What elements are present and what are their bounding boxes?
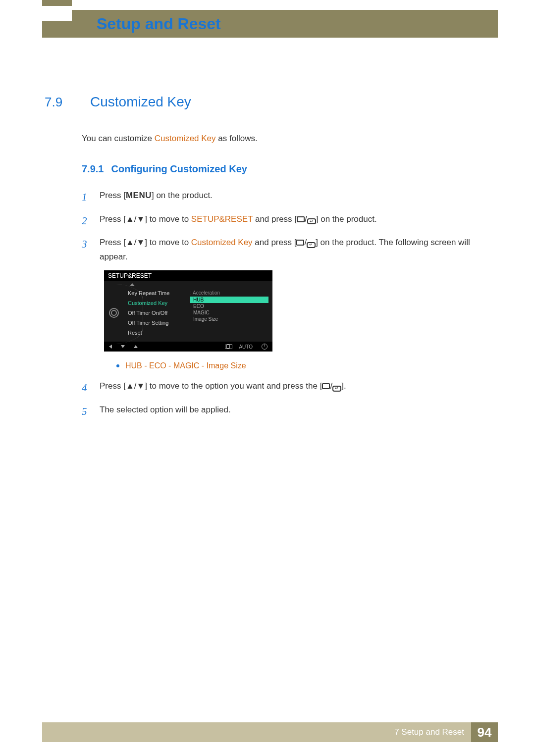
- section-title: Customized Key: [90, 94, 191, 110]
- text: ] to move to: [145, 214, 191, 224]
- up-down-icon: ▲/▼: [126, 238, 145, 247]
- text: ] on the product.: [152, 191, 213, 200]
- step-3: 3 Press [▲/▼] to move to Customized Key …: [82, 236, 490, 264]
- text: ] on the product.: [316, 214, 377, 224]
- osd-arc-decoration: [116, 284, 143, 344]
- osd-body: Key Repeat Time Customized Key Off Timer…: [104, 281, 272, 342]
- osd-option: ECO: [190, 303, 268, 309]
- power-icon: [262, 344, 268, 350]
- osd-option: MAGIC: [190, 309, 268, 316]
- text: ] to move to: [145, 238, 191, 247]
- step-2: 2 Press [▲/▼] to move to SETUP&RESET and…: [82, 212, 490, 230]
- chapter-title: Setup and Reset: [97, 15, 221, 33]
- step-1: 1 Press [MENU] on the product.: [82, 189, 490, 206]
- content-area: 7.9 Customized Key You can customize Cus…: [45, 94, 490, 427]
- header-tab-strip: [42, 0, 72, 6]
- document-page: Setup and Reset 7.9 Customized Key You c…: [0, 0, 535, 756]
- enter-icon: [307, 218, 316, 224]
- intro-highlight: Customized Key: [155, 134, 216, 143]
- footer-page-number: 94: [471, 722, 498, 742]
- osd-bottom-bar: AUTO: [104, 342, 272, 352]
- subsection-title: Configuring Customized Key: [111, 163, 247, 175]
- section-number: 7.9: [45, 95, 70, 110]
- enter-icon: [307, 242, 316, 248]
- menu-button-label: MENU: [126, 191, 152, 200]
- subsection-heading: 7.9.1 Configuring Customized Key: [82, 163, 490, 175]
- step-5: 5 The selected option will be applied.: [82, 403, 490, 421]
- footer-bar: 7 Setup and Reset 94: [42, 722, 498, 742]
- bullet-icon: [116, 364, 119, 367]
- step-body: Press [▲/▼] to move to the option you wa…: [100, 379, 490, 397]
- osd-option-selected: HUB: [190, 297, 268, 303]
- text: ] to move to the option you want and pre…: [145, 381, 322, 391]
- text: Press [: [100, 238, 126, 247]
- section-heading: 7.9 Customized Key: [45, 94, 490, 110]
- source-icon: [322, 383, 330, 389]
- osd-panel: SETUP&RESET Key Repeat Time Customized K…: [104, 270, 272, 352]
- step-number: 1: [82, 189, 91, 206]
- steps-list: 1 Press [MENU] on the product. 2 Press […: [82, 189, 490, 264]
- step-body: The selected option will be applied.: [100, 403, 490, 421]
- intro-text: You can customize Customized Key as foll…: [82, 134, 490, 144]
- text: Press [: [100, 191, 126, 200]
- source-icon: [297, 216, 305, 222]
- auto-label: AUTO: [239, 344, 253, 350]
- osd-options-list: : Acceleration HUB ECO MAGIC Image Size: [187, 284, 268, 336]
- osd-right-icons: AUTO: [225, 344, 268, 350]
- osd-nav-icons: [109, 345, 138, 349]
- text: and press [: [253, 214, 297, 224]
- text: Press [: [100, 381, 126, 391]
- osd-value-label: : Acceleration: [190, 290, 268, 296]
- up-down-icon: ▲/▼: [126, 381, 145, 391]
- step-body: Press [MENU] on the product.: [100, 189, 490, 206]
- arrow-down-icon: [121, 345, 125, 348]
- steps-list-cont: 4 Press [▲/▼] to move to the option you …: [82, 379, 490, 420]
- osd-screenshot: SETUP&RESET Key Repeat Time Customized K…: [104, 270, 490, 352]
- arrow-left-icon: [109, 345, 112, 349]
- highlight: Customized Key: [191, 238, 253, 247]
- subsection-number: 7.9.1: [82, 163, 104, 175]
- footer-chapter: 7 Setup and Reset: [394, 727, 471, 737]
- options-bullet: HUB - ECO - MAGIC - Image Size: [116, 361, 490, 370]
- highlight: SETUP&RESET: [191, 214, 253, 224]
- step-number: 4: [82, 379, 91, 397]
- source-icon: [225, 345, 230, 349]
- text: ].: [341, 381, 346, 391]
- intro-pre: You can customize: [82, 134, 155, 143]
- arrow-up-icon: [134, 345, 138, 348]
- osd-option: Image Size: [190, 316, 268, 322]
- text: and press [: [253, 238, 297, 247]
- step-number: 5: [82, 403, 91, 421]
- intro-post: as follows.: [216, 134, 258, 143]
- text: Acceleration: [193, 290, 220, 296]
- step-4: 4 Press [▲/▼] to move to the option you …: [82, 379, 490, 397]
- source-icon: [296, 240, 304, 246]
- enter-icon: [332, 386, 341, 392]
- header-tab-notch: [42, 6, 72, 21]
- step-body: Press [▲/▼] to move to Customized Key an…: [100, 236, 490, 264]
- up-down-icon: ▲/▼: [126, 214, 145, 224]
- arrow-up-icon: [130, 283, 135, 286]
- step-body: Press [▲/▼] to move to SETUP&RESET and p…: [100, 212, 490, 230]
- text: Press [: [100, 214, 126, 224]
- step-number: 2: [82, 212, 91, 230]
- osd-title: SETUP&RESET: [104, 270, 272, 281]
- step-number: 3: [82, 236, 91, 264]
- options-list-text: HUB - ECO - MAGIC - Image Size: [125, 361, 246, 370]
